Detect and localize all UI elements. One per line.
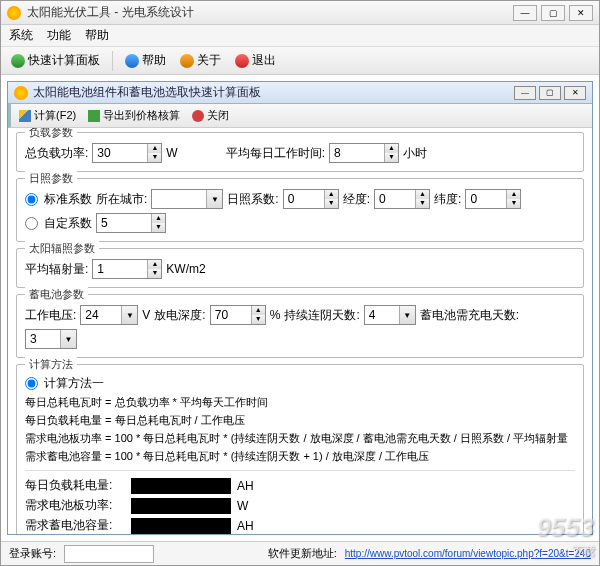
minimize-button[interactable]: — <box>513 5 537 21</box>
chevron-down-icon[interactable]: ▼ <box>206 190 222 208</box>
load-group: 负载参数 总负载功率: ▲▼ W 平均每日工作时间: ▲▼ 小时 <box>16 132 584 172</box>
custom-coef-input[interactable]: ▲▼ <box>96 213 166 233</box>
spin-up[interactable]: ▲ <box>148 144 161 153</box>
sun-legend: 日照参数 <box>25 171 77 186</box>
help-icon <box>125 54 139 68</box>
formula-1: 每日总耗电瓦时 = 总负载功率 * 平均每天工作时间 <box>25 395 575 410</box>
app-icon <box>7 6 21 20</box>
result-battery-ah <box>131 518 231 534</box>
voltage-combo[interactable]: ▼ <box>80 305 138 325</box>
total-power-input[interactable]: ▲▼ <box>92 143 162 163</box>
panel-titlebar: 太阳能电池组件和蓄电池选取快速计算面板 — ▢ ✕ <box>8 82 592 104</box>
charge-days-combo[interactable]: ▼ <box>25 329 77 349</box>
maximize-button[interactable]: ▢ <box>541 5 565 21</box>
menu-function[interactable]: 功能 <box>47 27 71 44</box>
avg-hours-label: 平均每日工作时间: <box>226 145 325 162</box>
method-group: 计算方法 计算方法一 每日总耗电瓦时 = 总负载功率 * 平均每天工作时间 每日… <box>16 364 584 534</box>
update-label: 软件更新地址: <box>268 546 337 561</box>
close-button[interactable]: ✕ <box>569 5 593 21</box>
result-panel-w <box>131 498 231 514</box>
panel-body: 负载参数 总负载功率: ▲▼ W 平均每日工作时间: ▲▼ 小时 日照参数 标准… <box>8 128 592 534</box>
lon-input[interactable]: ▲▼ <box>374 189 430 209</box>
titlebar: 太阳能光伏工具 - 光电系统设计 — ▢ ✕ <box>1 1 599 25</box>
result-daily-ah <box>131 478 231 494</box>
panel-min-button[interactable]: — <box>514 86 536 100</box>
close-icon <box>192 110 204 122</box>
panel-icon <box>14 86 28 100</box>
total-power-label: 总负载功率: <box>25 145 88 162</box>
quick-calc-button[interactable]: 快速计算面板 <box>7 50 104 71</box>
city-combo[interactable]: ▼ <box>151 189 223 209</box>
window-buttons: — ▢ ✕ <box>513 5 593 21</box>
radiation-group: 太阳辐照参数 平均辐射量: ▲▼ KW/m2 <box>16 248 584 288</box>
sun-coef-input[interactable]: ▲▼ <box>283 189 339 209</box>
calc-panel: 太阳能电池组件和蓄电池选取快速计算面板 — ▢ ✕ 计算(F2) 导出到价格核算… <box>7 81 593 535</box>
panel-close-button[interactable]: ✕ <box>564 86 586 100</box>
depth-input[interactable]: ▲▼ <box>210 305 266 325</box>
lat-input[interactable]: ▲▼ <box>465 189 521 209</box>
calc-button[interactable]: 计算(F2) <box>15 107 80 124</box>
window-title: 太阳能光伏工具 - 光电系统设计 <box>27 4 513 21</box>
exit-button[interactable]: 退出 <box>231 50 280 71</box>
login-input[interactable] <box>64 545 154 563</box>
formula-3: 需求电池板功率 = 100 * 每日总耗电瓦时 * (持续连阴天数 / 放电深度… <box>25 431 575 446</box>
menu-system[interactable]: 系统 <box>9 27 33 44</box>
load-legend: 负载参数 <box>25 128 77 140</box>
login-label: 登录账号: <box>9 546 56 561</box>
exit-icon <box>235 54 249 68</box>
sun-group: 日照参数 标准系数 所在城市: ▼ 日照系数: ▲▼ 经度: ▲▼ 纬度: ▲▼… <box>16 178 584 242</box>
formula-2: 每日负载耗电量 = 每日总耗电瓦时 / 工作电压 <box>25 413 575 428</box>
panel-title: 太阳能电池组件和蓄电池选取快速计算面板 <box>33 84 511 101</box>
about-icon <box>180 54 194 68</box>
close-panel-button[interactable]: 关闭 <box>188 107 233 124</box>
statusbar: 登录账号: 软件更新地址: http://www.pvtool.com/foru… <box>1 541 599 565</box>
help-button[interactable]: 帮助 <box>121 50 170 71</box>
custom-coef-radio[interactable] <box>25 217 38 230</box>
content-area: 太阳能电池组件和蓄电池选取快速计算面板 — ▢ ✕ 计算(F2) 导出到价格核算… <box>1 75 599 541</box>
spin-down[interactable]: ▼ <box>148 153 161 162</box>
pen-icon <box>19 110 31 122</box>
avg-hours-input[interactable]: ▲▼ <box>329 143 399 163</box>
radiation-input[interactable]: ▲▼ <box>92 259 162 279</box>
panel-toolbar: 计算(F2) 导出到价格核算 关闭 <box>8 104 592 128</box>
std-coef-radio[interactable] <box>25 193 38 206</box>
menubar: 系统 功能 帮助 <box>1 25 599 47</box>
toolbar: 快速计算面板 帮助 关于 退出 <box>1 47 599 75</box>
export-button[interactable]: 导出到价格核算 <box>84 107 184 124</box>
formula-4: 需求蓄电池容量 = 100 * 每日总耗电瓦时 * (持续连阴天数 + 1) /… <box>25 449 575 464</box>
about-button[interactable]: 关于 <box>176 50 225 71</box>
separator <box>112 51 113 71</box>
panel-max-button[interactable]: ▢ <box>539 86 561 100</box>
rain-days-combo[interactable]: ▼ <box>364 305 416 325</box>
export-icon <box>88 110 100 122</box>
calc-icon <box>11 54 25 68</box>
menu-help[interactable]: 帮助 <box>85 27 109 44</box>
main-window: 太阳能光伏工具 - 光电系统设计 — ▢ ✕ 系统 功能 帮助 快速计算面板 帮… <box>0 0 600 566</box>
update-link[interactable]: http://www.pvtool.com/forum/viewtopic.ph… <box>345 548 591 559</box>
battery-group: 蓄电池参数 工作电压: ▼ V 放电深度: ▲▼ % 持续连阴天数: ▼ 蓄电池… <box>16 294 584 358</box>
method1-radio[interactable] <box>25 377 38 390</box>
